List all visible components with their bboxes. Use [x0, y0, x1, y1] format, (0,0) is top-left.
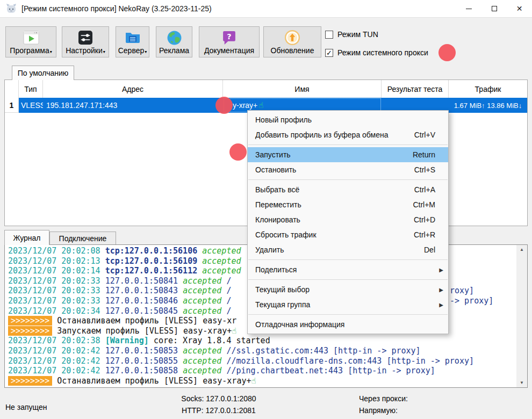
- menu-item-shortcut: Ctrl+S: [414, 165, 435, 174]
- menu-item-label: Остановить: [255, 165, 296, 174]
- system-proxy-mode-checkbox[interactable]: ✓Режим системного прокси: [325, 48, 428, 57]
- cursor-icon: ☝: [258, 100, 263, 110]
- column-header-5[interactable]: Трафик: [449, 80, 527, 98]
- menu-item-label: Текущий выбор: [255, 285, 310, 294]
- menu-item-shortcut: Ctrl+D: [414, 215, 435, 224]
- menu-item-current-select[interactable]: Текущий выбор▶: [248, 282, 448, 297]
- log-url: /: [226, 276, 231, 286]
- menu-item-new-profile[interactable]: Новый профиль: [248, 112, 448, 127]
- log-url: /: [226, 296, 231, 306]
- column-header-4[interactable]: Результат теста: [382, 80, 449, 98]
- status-direct: Напрямую:: [359, 404, 408, 416]
- annotation-circle-1: [438, 44, 456, 61]
- ads-button[interactable]: Реклама: [156, 26, 192, 57]
- menu-item-label: Новый профиль: [255, 115, 312, 124]
- menu-item-debug-info[interactable]: Отладочная информация: [248, 317, 448, 332]
- cell-traffic: 1.67 MiB↑ 13.86 MiB↓: [449, 98, 527, 113]
- close-button[interactable]: ✕: [507, 0, 532, 17]
- column-header-1[interactable]: Тип: [19, 80, 43, 98]
- log-marker: >>>>>>>>: [8, 376, 52, 386]
- submenu-arrow-icon: ▶: [439, 287, 443, 293]
- log-plain: core: Xray 1.8.4 started: [154, 336, 270, 345]
- tab-connection-label: Подключение: [59, 234, 107, 243]
- maximize-button[interactable]: [481, 0, 507, 17]
- program-button[interactable]: Программа▾: [5, 26, 56, 57]
- menu-item-select-all[interactable]: Выбрать всёCtrl+A: [248, 182, 448, 197]
- log-msg: Останавливаем профиль [VLESS] easy-xray+: [57, 376, 251, 386]
- log-ok: accepted: [183, 286, 226, 295]
- ads-button-label: Реклама: [156, 46, 192, 55]
- update-arrow-icon: [264, 29, 321, 46]
- tab-default-group[interactable]: По умолчанию: [12, 66, 74, 80]
- nekoray-app-icon: [6, 3, 17, 14]
- tab-connection[interactable]: Подключение: [49, 232, 116, 245]
- log-addr: 127.0.0.1:50846: [105, 296, 183, 306]
- menu-item-clone[interactable]: КлонироватьCtrl+D: [248, 212, 448, 227]
- tab-journal[interactable]: Журнал: [4, 230, 49, 245]
- menu-item-add-profile-clipboard[interactable]: Добавить профиль из буфера обменаCtrl+V: [248, 127, 448, 142]
- server-button[interactable]: Сервер▾: [116, 26, 149, 57]
- menu-item-stop[interactable]: ОстановитьCtrl+S: [248, 162, 448, 177]
- menu-item-label: Клонировать: [255, 215, 300, 224]
- log-url: //ssl.gstatic.com:443 [http-in -> proxy]: [226, 346, 420, 356]
- log-msg: Запускаем профиль [VLESS] easy-xray+: [57, 326, 232, 336]
- scroll-down-icon[interactable]: ▼: [516, 378, 527, 387]
- profile-name: y-xray+: [233, 101, 257, 110]
- menu-item-move[interactable]: ПереместитьCtrl+M: [248, 197, 448, 212]
- menu-item-label: Добавить профиль из буфера обмена: [255, 131, 388, 139]
- log-time: 2023/12/07 20:02:33: [8, 276, 105, 286]
- annotation-circle-3: [229, 143, 247, 161]
- system-proxy-mode-checkbox-label: Режим системного прокси: [337, 48, 428, 57]
- log-ok: accepted: [202, 256, 241, 266]
- close-icon: ✕: [516, 5, 523, 12]
- log-ok: accepted: [202, 246, 241, 256]
- settings-sliders-icon: [62, 29, 109, 46]
- settings-button-label: Настройки▾: [62, 46, 109, 56]
- window-title: [Режим системного прокси] NekoRay (3.25-…: [21, 4, 212, 13]
- maximize-icon: [492, 6, 497, 11]
- menu-item-start[interactable]: ЗапуститьReturn: [248, 147, 448, 162]
- log-msg: Останавливаем профиль [VLESS] easy-xr: [57, 316, 236, 326]
- log-warn: [Warning]: [105, 336, 154, 345]
- tun-mode-checkbox[interactable]: Режим TUN: [325, 30, 378, 39]
- tab-default-label: По умолчанию: [18, 69, 69, 77]
- tab-journal-label: Журнал: [13, 234, 40, 242]
- status-routing: Через прокси: Напрямую:: [359, 393, 408, 416]
- minimize-icon: [466, 9, 472, 9]
- column-header-row-number: [5, 80, 19, 98]
- column-header-3[interactable]: Имя: [223, 80, 382, 98]
- menu-separator: [248, 259, 448, 260]
- menu-item-label: Выбрать всё: [255, 185, 299, 194]
- menu-item-label: Запустить: [255, 150, 291, 159]
- submenu-arrow-icon: ▶: [439, 302, 443, 308]
- menu-item-share[interactable]: Поделиться▶: [248, 262, 448, 277]
- log-line: 2023/12/07 20:02:42 127.0.0.1:50858 acce…: [8, 366, 514, 376]
- scroll-up-icon[interactable]: ▲: [516, 245, 527, 254]
- log-time: 2023/12/07 20:02:33: [8, 296, 105, 306]
- menu-item-current-group[interactable]: Текущая группа▶: [248, 297, 448, 312]
- log-ok: accepted: [183, 296, 226, 306]
- log-addr: 127.0.0.1:50841: [105, 276, 183, 286]
- menu-item-reset-traffic[interactable]: Сбросить трафикCtrl+R: [248, 227, 448, 242]
- minimize-button[interactable]: [456, 0, 481, 17]
- log-line: 2023/12/07 20:02:38 [Warning] core: Xray…: [8, 336, 514, 346]
- menu-item-shortcut: Del: [424, 245, 435, 254]
- title-bar: [Режим системного прокси] NekoRay (3.25-…: [0, 0, 532, 18]
- menu-item-delete[interactable]: УдалитьDel: [248, 242, 448, 257]
- column-header-2[interactable]: Адрес: [43, 80, 223, 98]
- cell-type: VLESS: [19, 98, 43, 113]
- submenu-arrow-icon: ▶: [439, 267, 443, 273]
- status-proxy-addresses: Socks: 127.0.0.1:2080 HTTP: 127.0.0.1:20…: [161, 393, 276, 416]
- log-marker: >>>>>>>>: [8, 316, 52, 326]
- log-url: //ping.chartbeat.net:443 [http-in -> pro…: [226, 366, 435, 375]
- status-via-proxy: Через прокси:: [359, 393, 408, 404]
- update-button[interactable]: Обновление: [263, 26, 321, 57]
- settings-button[interactable]: Настройки▾: [62, 26, 109, 57]
- context-menu: Новый профильДобавить профиль из буфера …: [247, 110, 449, 334]
- log-time: 2023/12/07 20:02:38: [8, 336, 105, 345]
- menu-separator: [248, 179, 448, 180]
- docs-button[interactable]: ?Документация: [199, 26, 260, 57]
- log-time: 2023/12/07 20:02:42: [8, 366, 105, 375]
- log-time: 2023/12/07 20:02:08: [8, 246, 105, 256]
- log-scrollbar[interactable]: ▲▼: [516, 245, 527, 387]
